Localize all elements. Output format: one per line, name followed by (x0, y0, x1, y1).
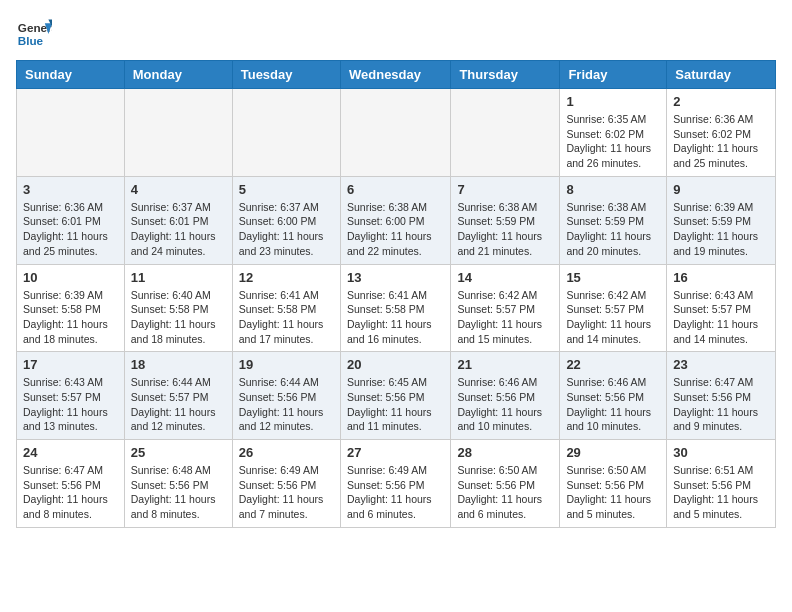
day-info: Sunrise: 6:40 AM Sunset: 5:58 PM Dayligh… (131, 288, 226, 347)
day-number: 16 (673, 270, 769, 285)
calendar-cell (124, 89, 232, 177)
day-number: 15 (566, 270, 660, 285)
logo: General Blue (16, 16, 52, 52)
col-header-saturday: Saturday (667, 61, 776, 89)
calendar-cell: 21Sunrise: 6:46 AM Sunset: 5:56 PM Dayli… (451, 352, 560, 440)
day-info: Sunrise: 6:37 AM Sunset: 6:01 PM Dayligh… (131, 200, 226, 259)
day-number: 11 (131, 270, 226, 285)
col-header-wednesday: Wednesday (340, 61, 450, 89)
col-header-tuesday: Tuesday (232, 61, 340, 89)
day-number: 23 (673, 357, 769, 372)
page-header: General Blue (16, 16, 776, 52)
calendar-cell: 2Sunrise: 6:36 AM Sunset: 6:02 PM Daylig… (667, 89, 776, 177)
day-number: 6 (347, 182, 444, 197)
day-info: Sunrise: 6:46 AM Sunset: 5:56 PM Dayligh… (457, 375, 553, 434)
day-info: Sunrise: 6:35 AM Sunset: 6:02 PM Dayligh… (566, 112, 660, 171)
calendar-cell: 9Sunrise: 6:39 AM Sunset: 5:59 PM Daylig… (667, 176, 776, 264)
day-info: Sunrise: 6:50 AM Sunset: 5:56 PM Dayligh… (566, 463, 660, 522)
day-info: Sunrise: 6:44 AM Sunset: 5:57 PM Dayligh… (131, 375, 226, 434)
day-number: 25 (131, 445, 226, 460)
day-number: 26 (239, 445, 334, 460)
calendar-cell: 30Sunrise: 6:51 AM Sunset: 5:56 PM Dayli… (667, 440, 776, 528)
day-number: 9 (673, 182, 769, 197)
calendar-cell: 10Sunrise: 6:39 AM Sunset: 5:58 PM Dayli… (17, 264, 125, 352)
day-number: 10 (23, 270, 118, 285)
day-info: Sunrise: 6:43 AM Sunset: 5:57 PM Dayligh… (23, 375, 118, 434)
calendar-week-4: 17Sunrise: 6:43 AM Sunset: 5:57 PM Dayli… (17, 352, 776, 440)
calendar-cell: 11Sunrise: 6:40 AM Sunset: 5:58 PM Dayli… (124, 264, 232, 352)
calendar-week-3: 10Sunrise: 6:39 AM Sunset: 5:58 PM Dayli… (17, 264, 776, 352)
day-number: 30 (673, 445, 769, 460)
calendar-cell: 25Sunrise: 6:48 AM Sunset: 5:56 PM Dayli… (124, 440, 232, 528)
calendar-cell: 19Sunrise: 6:44 AM Sunset: 5:56 PM Dayli… (232, 352, 340, 440)
day-number: 27 (347, 445, 444, 460)
day-info: Sunrise: 6:49 AM Sunset: 5:56 PM Dayligh… (347, 463, 444, 522)
calendar-cell: 22Sunrise: 6:46 AM Sunset: 5:56 PM Dayli… (560, 352, 667, 440)
calendar-week-1: 1Sunrise: 6:35 AM Sunset: 6:02 PM Daylig… (17, 89, 776, 177)
day-info: Sunrise: 6:39 AM Sunset: 5:59 PM Dayligh… (673, 200, 769, 259)
col-header-friday: Friday (560, 61, 667, 89)
calendar-cell: 29Sunrise: 6:50 AM Sunset: 5:56 PM Dayli… (560, 440, 667, 528)
day-info: Sunrise: 6:49 AM Sunset: 5:56 PM Dayligh… (239, 463, 334, 522)
calendar-cell: 24Sunrise: 6:47 AM Sunset: 5:56 PM Dayli… (17, 440, 125, 528)
col-header-sunday: Sunday (17, 61, 125, 89)
col-header-monday: Monday (124, 61, 232, 89)
day-number: 24 (23, 445, 118, 460)
calendar-cell: 8Sunrise: 6:38 AM Sunset: 5:59 PM Daylig… (560, 176, 667, 264)
calendar-table: SundayMondayTuesdayWednesdayThursdayFrid… (16, 60, 776, 528)
day-info: Sunrise: 6:42 AM Sunset: 5:57 PM Dayligh… (566, 288, 660, 347)
day-number: 1 (566, 94, 660, 109)
calendar-cell: 6Sunrise: 6:38 AM Sunset: 6:00 PM Daylig… (340, 176, 450, 264)
day-info: Sunrise: 6:48 AM Sunset: 5:56 PM Dayligh… (131, 463, 226, 522)
day-number: 2 (673, 94, 769, 109)
day-info: Sunrise: 6:37 AM Sunset: 6:00 PM Dayligh… (239, 200, 334, 259)
day-number: 20 (347, 357, 444, 372)
calendar-cell: 28Sunrise: 6:50 AM Sunset: 5:56 PM Dayli… (451, 440, 560, 528)
day-info: Sunrise: 6:47 AM Sunset: 5:56 PM Dayligh… (673, 375, 769, 434)
calendar-cell (451, 89, 560, 177)
day-number: 4 (131, 182, 226, 197)
calendar-cell: 16Sunrise: 6:43 AM Sunset: 5:57 PM Dayli… (667, 264, 776, 352)
day-number: 21 (457, 357, 553, 372)
calendar-week-5: 24Sunrise: 6:47 AM Sunset: 5:56 PM Dayli… (17, 440, 776, 528)
calendar-week-2: 3Sunrise: 6:36 AM Sunset: 6:01 PM Daylig… (17, 176, 776, 264)
day-info: Sunrise: 6:43 AM Sunset: 5:57 PM Dayligh… (673, 288, 769, 347)
calendar-cell: 12Sunrise: 6:41 AM Sunset: 5:58 PM Dayli… (232, 264, 340, 352)
calendar-cell (232, 89, 340, 177)
col-header-thursday: Thursday (451, 61, 560, 89)
day-number: 12 (239, 270, 334, 285)
day-info: Sunrise: 6:38 AM Sunset: 5:59 PM Dayligh… (566, 200, 660, 259)
day-number: 22 (566, 357, 660, 372)
calendar-cell: 14Sunrise: 6:42 AM Sunset: 5:57 PM Dayli… (451, 264, 560, 352)
day-number: 29 (566, 445, 660, 460)
day-info: Sunrise: 6:36 AM Sunset: 6:02 PM Dayligh… (673, 112, 769, 171)
calendar-cell: 4Sunrise: 6:37 AM Sunset: 6:01 PM Daylig… (124, 176, 232, 264)
calendar-cell: 18Sunrise: 6:44 AM Sunset: 5:57 PM Dayli… (124, 352, 232, 440)
svg-text:Blue: Blue (18, 34, 44, 47)
day-number: 7 (457, 182, 553, 197)
calendar-cell: 5Sunrise: 6:37 AM Sunset: 6:00 PM Daylig… (232, 176, 340, 264)
day-number: 18 (131, 357, 226, 372)
calendar-cell: 27Sunrise: 6:49 AM Sunset: 5:56 PM Dayli… (340, 440, 450, 528)
calendar-cell: 26Sunrise: 6:49 AM Sunset: 5:56 PM Dayli… (232, 440, 340, 528)
calendar-cell: 3Sunrise: 6:36 AM Sunset: 6:01 PM Daylig… (17, 176, 125, 264)
day-info: Sunrise: 6:38 AM Sunset: 5:59 PM Dayligh… (457, 200, 553, 259)
day-number: 5 (239, 182, 334, 197)
day-number: 8 (566, 182, 660, 197)
day-number: 14 (457, 270, 553, 285)
day-number: 19 (239, 357, 334, 372)
day-info: Sunrise: 6:41 AM Sunset: 5:58 PM Dayligh… (239, 288, 334, 347)
calendar-cell: 13Sunrise: 6:41 AM Sunset: 5:58 PM Dayli… (340, 264, 450, 352)
calendar-cell: 17Sunrise: 6:43 AM Sunset: 5:57 PM Dayli… (17, 352, 125, 440)
day-info: Sunrise: 6:46 AM Sunset: 5:56 PM Dayligh… (566, 375, 660, 434)
day-number: 13 (347, 270, 444, 285)
day-info: Sunrise: 6:36 AM Sunset: 6:01 PM Dayligh… (23, 200, 118, 259)
day-info: Sunrise: 6:39 AM Sunset: 5:58 PM Dayligh… (23, 288, 118, 347)
calendar-cell (340, 89, 450, 177)
day-info: Sunrise: 6:44 AM Sunset: 5:56 PM Dayligh… (239, 375, 334, 434)
calendar-cell (17, 89, 125, 177)
day-info: Sunrise: 6:51 AM Sunset: 5:56 PM Dayligh… (673, 463, 769, 522)
day-info: Sunrise: 6:41 AM Sunset: 5:58 PM Dayligh… (347, 288, 444, 347)
day-number: 28 (457, 445, 553, 460)
day-number: 17 (23, 357, 118, 372)
